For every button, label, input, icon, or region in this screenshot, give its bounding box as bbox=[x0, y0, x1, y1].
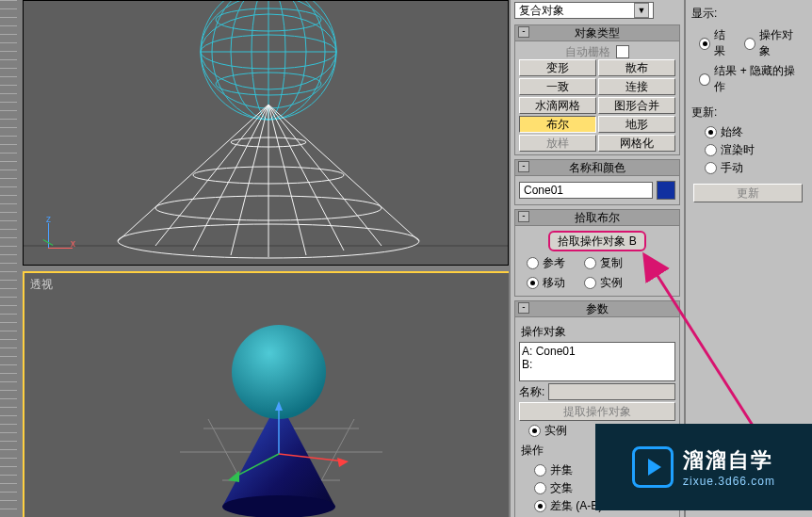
rollout-header[interactable]: - 名称和颜色 bbox=[515, 160, 679, 176]
rollout-object-type: - 对象类型 自动栅格 变形 散布 一致 连接 水滴网格 图形合并 布尔 地形 bbox=[514, 24, 680, 155]
display-title: 显示: bbox=[691, 6, 806, 22]
terrain-button[interactable]: 地形 bbox=[598, 116, 675, 133]
rollout-title: 名称和颜色 bbox=[569, 160, 625, 176]
connect-button[interactable]: 连接 bbox=[598, 78, 675, 95]
svg-marker-37 bbox=[228, 471, 239, 482]
display-result-radio[interactable]: 结果 bbox=[699, 27, 735, 59]
rollout-title: 对象类型 bbox=[575, 25, 620, 41]
svg-line-22 bbox=[231, 105, 268, 255]
svg-marker-36 bbox=[337, 458, 349, 467]
operands-label: 操作对象 bbox=[521, 324, 675, 340]
rollout-header[interactable]: - 拾取布尔 bbox=[515, 210, 679, 226]
display-result-hidden-radio[interactable]: 结果 + 隐藏的操作 bbox=[699, 63, 801, 95]
autogrid-checkbox[interactable] bbox=[616, 45, 629, 58]
color-swatch[interactable] bbox=[657, 181, 675, 200]
operand-name-input[interactable] bbox=[548, 383, 675, 400]
collapse-icon[interactable]: - bbox=[518, 26, 529, 38]
rollout-header[interactable]: - 参数 bbox=[515, 301, 679, 317]
update-always-radio[interactable]: 始终 bbox=[705, 124, 801, 140]
svg-line-29 bbox=[317, 419, 354, 490]
axis-gizmo: zx bbox=[42, 214, 80, 251]
update-button[interactable]: 更新 bbox=[693, 184, 803, 202]
svg-point-30 bbox=[222, 495, 335, 517]
update-manual-radio[interactable]: 手动 bbox=[705, 160, 801, 176]
chevron-down-icon: ▼ bbox=[634, 3, 649, 18]
blobmesh-button[interactable]: 水滴网格 bbox=[519, 97, 596, 114]
boolean-button[interactable]: 布尔 bbox=[519, 116, 596, 133]
update-render-radio[interactable]: 渲染时 bbox=[705, 142, 801, 158]
copy-radio[interactable]: 复制 bbox=[584, 255, 623, 271]
autogrid-label: 自动栅格 bbox=[565, 44, 610, 60]
scatter-button[interactable]: 散布 bbox=[598, 59, 675, 76]
reference-radio[interactable]: 参考 bbox=[527, 255, 565, 271]
wireframe-top bbox=[24, 1, 508, 265]
ruler-left bbox=[0, 0, 17, 517]
category-dropdown[interactable]: 复合对象 ▼ bbox=[514, 2, 654, 19]
viewport-perspective[interactable]: 透视 bbox=[23, 271, 511, 517]
move-radio[interactable]: 移动 bbox=[527, 275, 565, 291]
instance-radio[interactable]: 实例 bbox=[584, 275, 623, 291]
dropdown-value: 复合对象 bbox=[519, 3, 564, 19]
rollout-name-color: - 名称和颜色 bbox=[514, 159, 680, 205]
viewport-label: 透视 bbox=[30, 277, 53, 293]
shapemerge-button[interactable]: 图形合并 bbox=[598, 97, 675, 114]
name-label: 名称: bbox=[519, 384, 544, 400]
pick-operand-b-button[interactable]: 拾取操作对象 B bbox=[548, 231, 646, 251]
operands-list[interactable]: A: Cone01 B: bbox=[519, 342, 675, 381]
rollout-title: 拾取布尔 bbox=[575, 210, 620, 226]
conform-button[interactable]: 一致 bbox=[519, 78, 596, 95]
morph-button[interactable]: 变形 bbox=[519, 59, 596, 76]
svg-line-20 bbox=[193, 105, 268, 250]
viewport-top[interactable]: zx bbox=[23, 0, 509, 266]
watermark-url: zixue.3d66.com bbox=[683, 475, 775, 488]
rollout-title: 参数 bbox=[586, 301, 609, 317]
rollout-pick-boolean: - 拾取布尔 拾取操作对象 B 参考 复制 移动 实例 bbox=[514, 209, 680, 297]
loft-button[interactable]: 放样 bbox=[519, 135, 596, 152]
svg-line-23 bbox=[268, 105, 306, 255]
collapse-icon[interactable]: - bbox=[518, 161, 529, 172]
collapse-icon[interactable]: - bbox=[518, 302, 529, 314]
svg-line-21 bbox=[268, 105, 344, 250]
watermark: 溜溜自学 zixue.3d66.com bbox=[595, 424, 812, 510]
object-name-input[interactable] bbox=[519, 182, 653, 199]
update-title: 更新: bbox=[691, 105, 806, 121]
extract-operand-button[interactable]: 提取操作对象 bbox=[519, 402, 675, 421]
viewport-area: zx 透视 bbox=[0, 0, 509, 517]
display-operands-radio[interactable]: 操作对象 bbox=[744, 27, 801, 59]
watermark-title: 溜溜自学 bbox=[683, 446, 775, 475]
shaded-perspective bbox=[24, 273, 509, 517]
play-icon bbox=[632, 446, 674, 488]
mesher-button[interactable]: 网格化 bbox=[598, 135, 675, 152]
collapse-icon[interactable]: - bbox=[518, 211, 529, 222]
rollout-header[interactable]: - 对象类型 bbox=[515, 25, 679, 41]
